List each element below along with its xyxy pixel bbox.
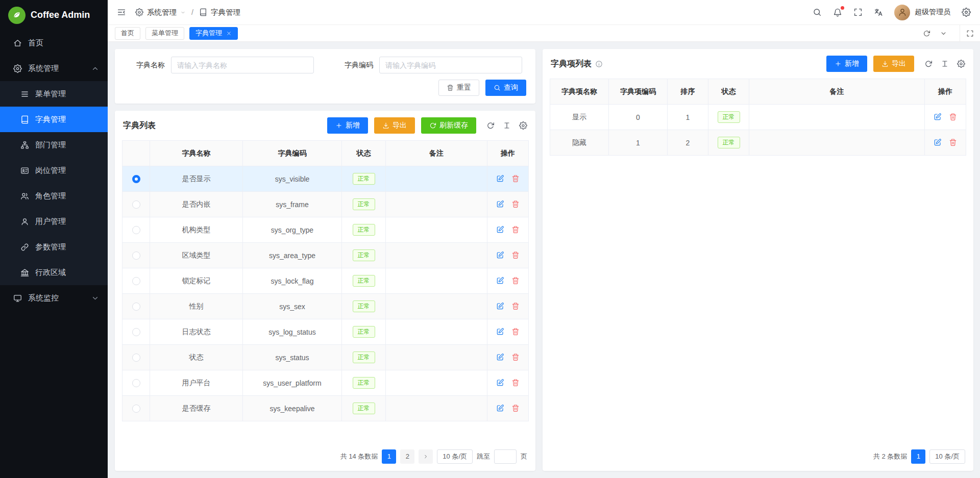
edit-icon[interactable]	[496, 276, 504, 285]
info-icon[interactable]	[595, 60, 603, 68]
sidebar-item-menu-management[interactable]: 菜单管理	[0, 81, 108, 107]
row-radio[interactable]	[132, 277, 140, 285]
item-sort-cell: 1	[668, 105, 708, 130]
add-label: 新增	[346, 121, 360, 130]
table-row[interactable]: 显示 0 1 正常	[550, 105, 966, 130]
refresh-icon[interactable]	[486, 121, 495, 130]
table-row[interactable]: 性别 sys_sex 正常	[122, 294, 529, 319]
table-row[interactable]: 用户平台 sys_user_platform 正常	[122, 370, 529, 396]
page-button-2[interactable]: 2	[400, 449, 414, 464]
refresh-icon	[429, 122, 436, 129]
menu-fold-icon[interactable]	[117, 8, 126, 17]
delete-icon[interactable]	[511, 174, 520, 183]
delete-icon[interactable]	[511, 404, 520, 412]
settings-icon[interactable]	[962, 8, 971, 17]
dict-code-input[interactable]	[379, 57, 522, 73]
tab-dict-management[interactable]: 字典管理	[189, 27, 238, 40]
breadcrumb-item-system[interactable]: 系统管理	[135, 8, 186, 17]
row-radio-checked[interactable]	[132, 175, 140, 183]
row-radio[interactable]	[132, 354, 140, 362]
row-radio[interactable]	[132, 328, 140, 336]
refresh-icon[interactable]	[924, 60, 933, 68]
column-height-icon[interactable]	[941, 60, 949, 68]
sidebar-item-user-management[interactable]: 用户管理	[0, 209, 108, 234]
row-radio[interactable]	[132, 379, 140, 387]
edit-icon[interactable]	[496, 353, 504, 361]
edit-icon[interactable]	[496, 328, 504, 336]
delete-icon[interactable]	[511, 328, 520, 336]
table-row[interactable]: 日志状态 sys_log_status 正常	[122, 319, 529, 345]
tab-menu-management[interactable]: 菜单管理	[145, 27, 184, 40]
row-radio[interactable]	[132, 251, 140, 260]
delete-icon[interactable]	[511, 353, 520, 361]
row-radio[interactable]	[132, 200, 140, 209]
page-size-select[interactable]: 10 条/页	[437, 449, 473, 464]
edit-icon[interactable]	[496, 404, 504, 412]
edit-icon[interactable]	[934, 113, 942, 121]
table-row[interactable]: 机构类型 sys_org_type 正常	[122, 217, 529, 243]
gear-icon[interactable]	[957, 60, 965, 68]
export-button[interactable]: 导出	[873, 56, 914, 72]
jump-page-input[interactable]	[494, 449, 517, 464]
edit-icon[interactable]	[496, 302, 504, 310]
table-row[interactable]: 是否显示 sys_visible 正常	[122, 166, 529, 192]
dict-name-input[interactable]	[171, 57, 314, 73]
user-menu[interactable]: 超级管理员	[894, 5, 950, 20]
chevron-down-icon[interactable]	[940, 30, 947, 37]
refresh-cache-button[interactable]: 刷新缓存	[421, 117, 476, 134]
delete-icon[interactable]	[511, 251, 520, 259]
reset-button[interactable]: 重置	[438, 80, 479, 96]
delete-icon[interactable]	[511, 276, 520, 285]
breadcrumb-item-dict[interactable]: 字典管理	[199, 8, 240, 17]
tab-home[interactable]: 首页	[115, 27, 140, 40]
table-row[interactable]: 区域类型 sys_area_type 正常	[122, 243, 529, 268]
search-icon[interactable]	[813, 8, 822, 17]
sidebar-item-role-management[interactable]: 角色管理	[0, 183, 108, 209]
table-row[interactable]: 状态 sys_status 正常	[122, 345, 529, 370]
close-icon[interactable]	[226, 31, 232, 36]
row-radio[interactable]	[132, 226, 140, 234]
query-button[interactable]: 查询	[485, 80, 526, 96]
sidebar-item-param-management[interactable]: 参数管理	[0, 234, 108, 260]
sidebar-item-post-management[interactable]: 岗位管理	[0, 158, 108, 183]
export-button[interactable]: 导出	[374, 117, 415, 134]
notification-bell[interactable]	[833, 8, 842, 17]
sidebar-item-dept-management[interactable]: 部门管理	[0, 132, 108, 158]
delete-icon[interactable]	[511, 200, 520, 208]
edit-icon[interactable]	[496, 379, 504, 387]
edit-icon[interactable]	[496, 174, 504, 183]
refresh-icon[interactable]	[923, 30, 930, 37]
sidebar-item-home[interactable]: 首页	[0, 30, 108, 56]
delete-icon[interactable]	[511, 379, 520, 387]
sidebar-item-admin-region[interactable]: 行政区域	[0, 260, 108, 285]
row-radio[interactable]	[132, 405, 140, 413]
delete-icon[interactable]	[949, 138, 957, 146]
table-row[interactable]: 锁定标记 sys_lock_flag 正常	[122, 268, 529, 294]
chevron-up-icon	[91, 64, 100, 73]
edit-icon[interactable]	[934, 138, 942, 146]
sidebar-item-system-management[interactable]: 系统管理	[0, 56, 108, 81]
row-radio[interactable]	[132, 303, 140, 311]
sidebar-item-system-monitor[interactable]: 系统监控	[0, 285, 108, 311]
translate-icon[interactable]	[874, 8, 883, 17]
page-size-select[interactable]: 10 条/页	[929, 449, 965, 464]
page-button-1[interactable]: 1	[911, 449, 925, 464]
delete-icon[interactable]	[511, 302, 520, 310]
table-row[interactable]: 是否内嵌 sys_frame 正常	[122, 192, 529, 217]
column-height-icon[interactable]	[503, 121, 511, 130]
content-fullscreen-toggle[interactable]	[960, 25, 980, 42]
delete-icon[interactable]	[949, 113, 957, 121]
table-row[interactable]: 隐藏 1 2 正常	[550, 130, 966, 156]
gear-icon[interactable]	[519, 121, 527, 130]
fullscreen-icon[interactable]	[853, 8, 863, 17]
edit-icon[interactable]	[496, 225, 504, 234]
page-button-1[interactable]: 1	[382, 449, 396, 464]
add-button[interactable]: 新增	[327, 117, 368, 134]
edit-icon[interactable]	[496, 200, 504, 208]
next-page-button[interactable]	[419, 449, 433, 464]
edit-icon[interactable]	[496, 251, 504, 259]
sidebar-item-dict-management[interactable]: 字典管理	[0, 107, 108, 132]
add-button[interactable]: 新增	[826, 56, 867, 72]
delete-icon[interactable]	[511, 225, 520, 234]
table-row[interactable]: 是否缓存 sys_keepalive 正常	[122, 396, 529, 421]
